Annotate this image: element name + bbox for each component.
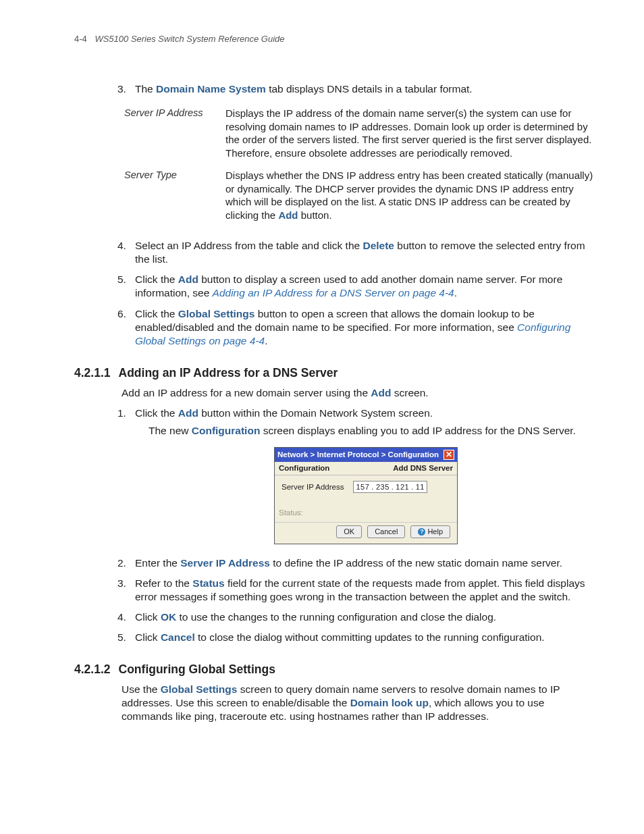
procedure-list: 3. The Domain Name System tab displays D… — [122, 82, 597, 96]
status-label: Status: — [275, 506, 457, 522]
dialog-subheader: Configuration Add DNS Server — [275, 462, 457, 475]
delete-term: Delete — [363, 240, 394, 251]
help-button[interactable]: ? Help — [410, 525, 450, 538]
step-1: 1. Click the Add button within the Domai… — [122, 407, 597, 544]
step-3: 3. The Domain Name System tab displays D… — [122, 82, 597, 96]
step-2: 2. Enter the Server IP Address to define… — [122, 556, 597, 570]
section-number: 4.2.1.2 — [74, 662, 111, 676]
close-icon[interactable]: ✕ — [444, 450, 454, 460]
def-term: Server Type — [124, 166, 225, 228]
section-number: 4.2.1.1 — [74, 366, 111, 380]
ok-button[interactable]: OK — [336, 525, 362, 538]
def-text: Displays the IP address of the domain na… — [225, 104, 597, 166]
step-number: 3. — [117, 82, 126, 96]
document-page: 4-4 WS5100 Series Switch System Referenc… — [0, 0, 644, 834]
procedure-list: 1. Click the Add button within the Domai… — [122, 407, 597, 644]
step-number: 4. — [117, 610, 126, 624]
server-ip-input[interactable]: 157. 235. 121. 11 — [353, 481, 427, 493]
term-dns: Domain Name System — [156, 83, 266, 95]
running-header: 4-4 WS5100 Series Switch System Referenc… — [74, 34, 597, 45]
step-4b: 4. Click OK to use the changes to the ru… — [122, 610, 597, 624]
cancel-button[interactable]: Cancel — [367, 525, 405, 538]
step-5b: 5. Click Cancel to close the dialog with… — [122, 631, 597, 644]
dialog-titlebar: Network > Internet Protocol > Configurat… — [275, 448, 457, 462]
step-number: 5. — [117, 273, 126, 286]
procedure-list: 4. Select an IP Address from the table a… — [122, 239, 597, 348]
dialog-button-row: OK Cancel ? Help — [275, 522, 457, 543]
section-heading: 4.2.1.2Configuring Global Settings — [74, 662, 597, 677]
section-title: Adding an IP Address for a DNS Server — [119, 366, 338, 380]
section-title: Configuring Global Settings — [119, 662, 275, 676]
step-5: 5. Click the Add button to display a scr… — [122, 273, 597, 300]
step-6: 6. Click the Global Settings button to o… — [122, 307, 597, 348]
step-substep: The new Configuration screen displays en… — [149, 424, 597, 438]
step-number: 5. — [117, 631, 126, 644]
step-number: 6. — [117, 307, 126, 321]
table-row: Server Type Displays whether the DNS IP … — [124, 166, 597, 228]
add-term: Add — [278, 209, 298, 221]
step-number: 1. — [117, 407, 126, 420]
def-text: Displays whether the DNS IP address entr… — [225, 166, 597, 228]
global-settings-term: Global Settings — [178, 308, 255, 319]
breadcrumb: Network > Internet Protocol > Configurat… — [277, 450, 439, 460]
help-icon: ? — [418, 528, 425, 536]
doc-title: WS5100 Series Switch System Reference Gu… — [95, 34, 284, 44]
page-number: 4-4 — [74, 34, 87, 44]
dialog-screenshot: Network > Internet Protocol > Configurat… — [135, 447, 597, 544]
step-4: 4. Select an IP Address from the table a… — [122, 239, 597, 266]
table-row: Server IP Address Displays the IP addres… — [124, 104, 597, 166]
cross-ref-link[interactable]: Adding an IP Address for a DNS Server on… — [213, 287, 454, 298]
step-number: 4. — [117, 239, 126, 253]
section-body: Use the Global Settings screen to query … — [122, 683, 597, 723]
config-label: Configuration — [279, 463, 329, 473]
add-term: Add — [178, 273, 198, 285]
step-number: 2. — [117, 556, 126, 570]
section-heading: 4.2.1.1Adding an IP Address for a DNS Se… — [74, 365, 597, 381]
step-text: The — [135, 83, 156, 95]
add-dns-dialog: Network > Internet Protocol > Configurat… — [274, 447, 458, 544]
def-term: Server IP Address — [124, 104, 225, 166]
section-intro: Add an IP address for a new domain serve… — [122, 386, 597, 400]
step-3b: 3. Refer to the Status field for the cur… — [122, 577, 597, 604]
ip-field-label: Server IP Address — [281, 482, 344, 492]
step-text: tab displays DNS details in a tabular fo… — [266, 83, 473, 95]
definition-table: Server IP Address Displays the IP addres… — [124, 104, 597, 228]
step-number: 3. — [117, 577, 126, 590]
dialog-body: Server IP Address 157. 235. 121. 11 — [275, 475, 457, 506]
add-dns-label: Add DNS Server — [393, 463, 453, 473]
